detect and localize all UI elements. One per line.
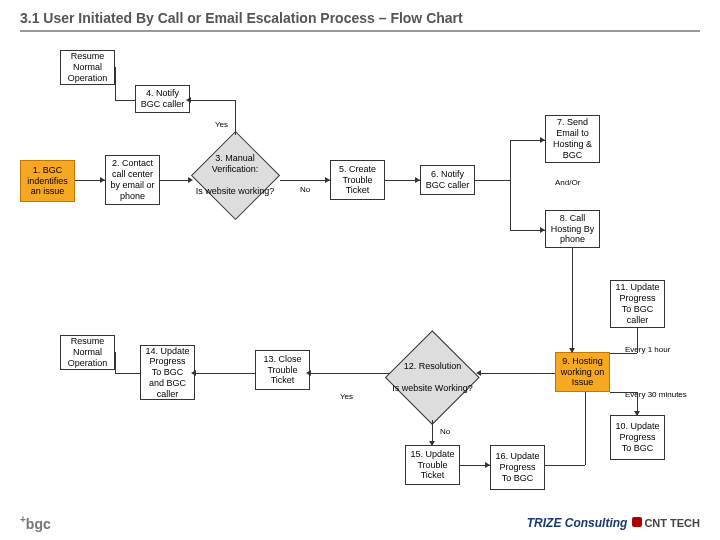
step-9: 9. Hosting working on Issue xyxy=(555,352,610,392)
step-8: 8. Call Hosting By phone xyxy=(545,210,600,248)
step-5: 5. Create Trouble Ticket xyxy=(330,160,385,200)
arrowhead-icon xyxy=(485,462,490,468)
arrow xyxy=(115,373,140,374)
arrowhead-icon xyxy=(186,97,191,103)
logo-cnt: CNT TECH xyxy=(644,517,700,529)
arrow xyxy=(545,465,585,466)
arrowhead-icon xyxy=(634,411,640,416)
arrow xyxy=(572,248,573,352)
decision-3: 3. Manual Verification:Is website workin… xyxy=(190,130,280,220)
arrow xyxy=(235,100,236,135)
cnt-icon xyxy=(632,517,642,527)
step-6: 6. Notify BGC caller xyxy=(420,165,475,195)
arrow xyxy=(310,373,390,374)
label-no-2: No xyxy=(440,427,450,436)
step-11: 11. Update Progress To BGC caller xyxy=(610,280,665,328)
arrow xyxy=(115,67,116,100)
arrowhead-icon xyxy=(540,137,545,143)
arrow xyxy=(510,140,511,230)
decision-3-title: 3. Manual Verification: xyxy=(212,153,259,174)
page-title: 3.1 User Initiated By Call or Email Esca… xyxy=(20,10,700,32)
step-13: 13. Close Trouble Ticket xyxy=(255,350,310,390)
arrow xyxy=(637,328,638,353)
step-15: 15. Update Trouble Ticket xyxy=(405,445,460,485)
step-10: 10. Update Progress To BGC xyxy=(610,415,665,460)
arrow xyxy=(160,180,190,181)
logo-trize: TRIZE Consulting xyxy=(527,516,628,530)
arrow xyxy=(610,392,637,393)
step-16: 16. Update Progress To BGC xyxy=(490,445,545,490)
step-7: 7. Send Email to Hosting & BGC xyxy=(545,115,600,163)
arrow xyxy=(115,352,116,373)
arrowhead-icon xyxy=(415,177,420,183)
step-1: 1. BGC indentifies an issue xyxy=(20,160,75,202)
arrowhead-icon xyxy=(569,348,575,353)
arrow xyxy=(475,180,510,181)
arrow xyxy=(610,353,637,354)
arrowhead-icon xyxy=(306,370,311,376)
footer-right: TRIZE Consulting CNT TECH xyxy=(527,516,700,530)
label-yes-1: Yes xyxy=(215,120,228,129)
arrow xyxy=(190,100,235,101)
decision-12-title: 12. Resolution xyxy=(404,361,462,371)
arrow xyxy=(280,180,330,181)
footer: +bgc TRIZE Consulting CNT TECH xyxy=(20,514,700,532)
arrowhead-icon xyxy=(191,370,196,376)
step-14: 14. Update Progress To BGC and BGC calle… xyxy=(140,345,195,400)
arrowhead-icon xyxy=(429,441,435,446)
resume-normal-1: Resume Normal Operation xyxy=(60,50,115,85)
label-yes-2: Yes xyxy=(340,392,353,401)
step-2: 2. Contact call center by email or phone xyxy=(105,155,160,205)
arrowhead-icon xyxy=(540,227,545,233)
arrowhead-icon xyxy=(476,370,481,376)
arrow xyxy=(195,373,255,374)
arrow xyxy=(115,100,135,101)
arrowhead-icon xyxy=(100,177,105,183)
label-no-1: No xyxy=(300,185,310,194)
arrow xyxy=(480,373,555,374)
arrowhead-icon xyxy=(325,177,330,183)
logo-bgc: +bgc xyxy=(20,514,51,532)
label-andor: And/Or xyxy=(555,178,580,187)
step-4: 4. Notify BGC caller xyxy=(135,85,190,113)
decision-12: 12. ResolutionIs website Working? xyxy=(385,330,480,425)
resume-normal-2: Resume Normal Operation xyxy=(60,335,115,370)
decision-3-q: Is website working? xyxy=(196,186,275,196)
arrow xyxy=(115,67,116,68)
decision-12-q: Is website Working? xyxy=(392,383,472,393)
arrow xyxy=(585,392,586,465)
